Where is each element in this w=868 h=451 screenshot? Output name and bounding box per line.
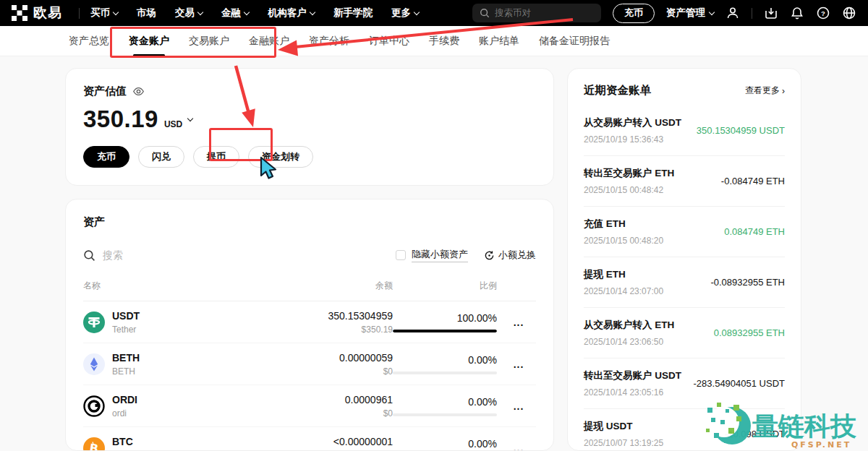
nav-item-institutions[interactable]: 机构客户 bbox=[268, 7, 315, 20]
hide-small-assets-label: 隐藏小额资产 bbox=[412, 248, 468, 262]
fund-transfer-button[interactable]: 资金划转 bbox=[248, 146, 313, 168]
beth-icon bbox=[83, 353, 105, 375]
bill-list: 从交易账户转入 USDT2025/10/19 15:36:43 350.1530… bbox=[584, 106, 785, 451]
assets-card: 资产 隐藏小额资产 小额兑换 名称 bbox=[65, 199, 554, 451]
row-menu-button[interactable]: ... bbox=[501, 317, 536, 328]
pair-search-box[interactable] bbox=[472, 4, 601, 22]
table-row-ordi[interactable]: ORDIordi 0.0000961$0 0.00% ... bbox=[83, 385, 536, 427]
main-content: 资产估值 350.19 USD 充币 闪兑 提币 资金划转 资产 bbox=[0, 56, 868, 451]
table-row-usdt[interactable]: USDTTether 350.15304959$350.19 100.00% .… bbox=[83, 301, 536, 343]
ordi-icon bbox=[83, 395, 105, 417]
total-valuation: 350.19 bbox=[83, 106, 158, 133]
asset-management-menu[interactable]: 资产管理 bbox=[666, 7, 714, 20]
bill-item[interactable]: 从交易账户转入 USDT2025/10/19 15:36:43 350.1530… bbox=[584, 106, 785, 156]
tab-order-center[interactable]: 订单中心 bbox=[369, 35, 409, 48]
nav-item-finance[interactable]: 金融 bbox=[221, 7, 249, 20]
hide-small-assets-checkbox[interactable] bbox=[396, 250, 406, 260]
topbar-divider bbox=[752, 8, 752, 19]
nav-item-trade[interactable]: 交易 bbox=[175, 7, 203, 20]
tab-finance-account[interactable]: 金融账户 bbox=[249, 35, 289, 48]
chevron-down-icon bbox=[414, 9, 420, 14]
hide-small-assets-toggle[interactable]: 隐藏小额资产 bbox=[396, 248, 468, 262]
logo-text: 欧易 bbox=[33, 4, 62, 22]
okx-logo[interactable]: 欧易 bbox=[12, 4, 62, 22]
convert-button[interactable]: 闪兑 bbox=[138, 146, 184, 168]
account-tabs-bar: 资产总览 资金账户 交易账户 金融账户 资产分析 订单中心 手续费 账户结单 储… bbox=[0, 26, 868, 56]
valuation-title: 资产估值 bbox=[83, 85, 127, 98]
col-name: 名称 bbox=[83, 280, 255, 292]
btc-icon: B bbox=[83, 437, 105, 451]
withdraw-button[interactable]: 提币 bbox=[193, 146, 239, 168]
deposit-crypto-button[interactable]: 充币 bbox=[83, 146, 129, 168]
convert-small-balances-link[interactable]: 小额兑换 bbox=[484, 249, 536, 262]
tab-trading-account[interactable]: 交易账户 bbox=[189, 35, 229, 48]
table-row-beth[interactable]: BETHBETH 0.00000059$0 0.00% ... bbox=[83, 343, 536, 385]
chevron-down-icon[interactable] bbox=[187, 115, 193, 121]
row-menu-button[interactable]: ... bbox=[501, 442, 536, 451]
tab-account-statement[interactable]: 账户结单 bbox=[479, 35, 519, 48]
nav-item-more[interactable]: 更多 bbox=[391, 7, 419, 20]
primary-nav: 买币 市场 交易 金融 机构客户 新手学院 更多 bbox=[90, 7, 419, 20]
svg-text:B: B bbox=[89, 441, 100, 451]
user-icon[interactable] bbox=[726, 6, 740, 20]
pair-search-input[interactable] bbox=[495, 8, 582, 18]
see-more-link[interactable]: 查看更多› bbox=[745, 85, 785, 97]
tab-asset-overview[interactable]: 资产总览 bbox=[69, 35, 109, 48]
tab-fees[interactable]: 手续费 bbox=[429, 35, 459, 48]
nav-item-markets[interactable]: 市场 bbox=[137, 7, 156, 20]
chevron-down-icon bbox=[113, 9, 119, 14]
okx-logo-icon bbox=[12, 5, 27, 21]
search-icon bbox=[480, 8, 490, 18]
tab-asset-analysis[interactable]: 资产分析 bbox=[309, 35, 349, 48]
table-row-btc[interactable]: B BTCBitcoin <0.00000001$0 0.00% ... bbox=[83, 427, 536, 451]
row-menu-button[interactable]: ... bbox=[501, 358, 536, 370]
asset-valuation-card: 资产估值 350.19 USD 充币 闪兑 提币 资金划转 bbox=[65, 68, 554, 186]
chevron-down-icon bbox=[310, 9, 315, 14]
assets-title: 资产 bbox=[83, 215, 536, 229]
recent-funding-bills-card: 近期资金账单 查看更多› 从交易账户转入 USDT2025/10/19 15:3… bbox=[567, 68, 801, 451]
bill-item[interactable]: 转出至交易账户 ETH2025/10/15 00:48:42 -0.084749… bbox=[584, 156, 785, 207]
globe-icon[interactable] bbox=[842, 6, 856, 20]
recent-bills-title: 近期资金账单 bbox=[584, 83, 651, 98]
tab-proof-of-reserves[interactable]: 储备金证明报告 bbox=[539, 35, 610, 48]
bell-icon[interactable] bbox=[790, 6, 804, 20]
bill-item[interactable]: 提现 USDT2025/10/07 13:19:25 -10.098 USDT bbox=[584, 409, 785, 451]
topbar-right-section: 充币 资产管理 ? bbox=[472, 4, 856, 23]
row-menu-button[interactable]: ... bbox=[501, 400, 536, 412]
bill-item[interactable]: 转出至交易账户 USDT2025/10/14 23:05:16 -283.549… bbox=[584, 358, 785, 409]
usdt-icon bbox=[83, 312, 105, 333]
col-balance: 余额 bbox=[255, 280, 393, 292]
svg-text:?: ? bbox=[821, 9, 825, 17]
search-icon bbox=[83, 249, 95, 262]
deposit-button[interactable]: 充币 bbox=[613, 4, 655, 23]
download-icon[interactable] bbox=[764, 6, 778, 20]
assets-table-header: 名称 余额 比例 bbox=[83, 272, 536, 301]
asset-search-input[interactable] bbox=[103, 249, 247, 261]
valuation-currency: USD bbox=[164, 119, 182, 129]
bill-item[interactable]: 充值 ETH2025/10/15 00:48:20 0.084749 ETH bbox=[584, 207, 785, 257]
tab-funding-account[interactable]: 资金账户 bbox=[129, 35, 169, 48]
topbar-divider bbox=[79, 8, 80, 19]
chevron-down-icon bbox=[197, 9, 203, 14]
chevron-down-icon bbox=[709, 9, 715, 14]
col-ratio: 比例 bbox=[393, 280, 501, 292]
chevron-down-icon bbox=[244, 9, 250, 14]
asset-search-box[interactable] bbox=[83, 249, 396, 262]
nav-item-buy-crypto[interactable]: 买币 bbox=[90, 7, 118, 20]
bill-item[interactable]: 提现 ETH2025/10/14 23:07:00 -0.08932955 ET… bbox=[584, 257, 785, 308]
nav-item-academy[interactable]: 新手学院 bbox=[333, 7, 373, 20]
bill-item[interactable]: 从交易账户转入 ETH2025/10/14 23:06:50 0.0893295… bbox=[584, 308, 785, 358]
eye-icon[interactable] bbox=[132, 85, 145, 98]
convert-icon bbox=[484, 250, 495, 261]
top-navigation-bar: 欧易 买币 市场 交易 金融 机构客户 新手学院 更多 充币 资产管理 ? bbox=[0, 0, 868, 26]
help-icon[interactable]: ? bbox=[816, 6, 830, 20]
